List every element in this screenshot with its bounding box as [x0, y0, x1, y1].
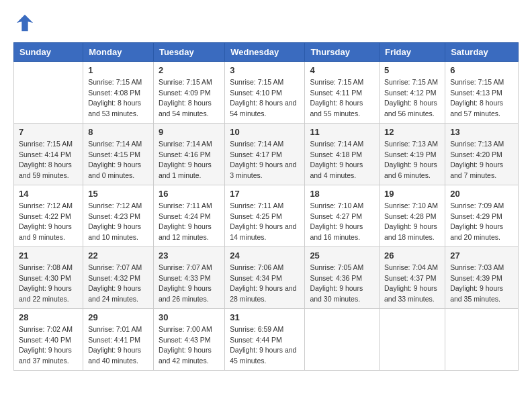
day-number: 9: [159, 127, 220, 137]
day-number: 13: [450, 127, 513, 137]
calendar-cell: 7Sunrise: 7:15 AMSunset: 4:14 PMDaylight…: [14, 123, 83, 185]
calendar-cell: 22Sunrise: 7:07 AMSunset: 4:32 PMDayligh…: [83, 246, 154, 308]
day-info: Sunrise: 6:59 AMSunset: 4:44 PMDaylight:…: [230, 324, 300, 367]
calendar-week-row: 21Sunrise: 7:08 AMSunset: 4:30 PMDayligh…: [14, 246, 519, 308]
calendar-cell: 13Sunrise: 7:13 AMSunset: 4:20 PMDayligh…: [445, 123, 519, 185]
day-number: 16: [159, 189, 220, 199]
day-info: Sunrise: 7:15 AMSunset: 4:08 PMDaylight:…: [88, 77, 148, 120]
day-number: 15: [88, 189, 148, 199]
logo-bird-icon: [15, 13, 34, 32]
day-info: Sunrise: 7:14 AMSunset: 4:17 PMDaylight:…: [230, 139, 300, 181]
calendar-cell: 11Sunrise: 7:14 AMSunset: 4:18 PMDayligh…: [305, 123, 380, 185]
day-number: 19: [384, 189, 440, 199]
day-number: 1: [88, 65, 148, 75]
day-info: Sunrise: 7:09 AMSunset: 4:29 PMDaylight:…: [450, 201, 513, 243]
col-header-sunday: Sunday: [14, 42, 83, 61]
day-number: 3: [230, 65, 300, 75]
day-info: Sunrise: 7:14 AMSunset: 4:15 PMDaylight:…: [88, 139, 148, 181]
day-info: Sunrise: 7:12 AMSunset: 4:23 PMDaylight:…: [88, 201, 148, 243]
calendar-cell: 8Sunrise: 7:14 AMSunset: 4:15 PMDaylight…: [83, 123, 154, 185]
day-info: Sunrise: 7:03 AMSunset: 4:39 PMDaylight:…: [450, 263, 513, 305]
day-number: 8: [88, 127, 148, 137]
calendar-week-row: 14Sunrise: 7:12 AMSunset: 4:22 PMDayligh…: [14, 185, 519, 246]
calendar-cell: 21Sunrise: 7:08 AMSunset: 4:30 PMDayligh…: [14, 246, 83, 308]
day-number: 25: [310, 250, 374, 261]
day-info: Sunrise: 7:01 AMSunset: 4:41 PMDaylight:…: [88, 324, 148, 367]
day-number: 22: [88, 250, 148, 261]
calendar-cell: 27Sunrise: 7:03 AMSunset: 4:39 PMDayligh…: [445, 246, 519, 308]
calendar-cell: 24Sunrise: 7:06 AMSunset: 4:34 PMDayligh…: [225, 246, 305, 308]
day-number: 7: [19, 127, 78, 137]
calendar-week-row: 28Sunrise: 7:02 AMSunset: 4:40 PMDayligh…: [14, 308, 519, 370]
day-number: 12: [384, 127, 440, 137]
col-header-wednesday: Wednesday: [225, 42, 305, 61]
col-header-tuesday: Tuesday: [153, 42, 224, 61]
day-number: 11: [310, 127, 374, 137]
calendar-cell: [379, 308, 445, 370]
day-info: Sunrise: 7:15 AMSunset: 4:12 PMDaylight:…: [384, 77, 440, 120]
day-info: Sunrise: 7:07 AMSunset: 4:32 PMDaylight:…: [88, 263, 148, 305]
day-info: Sunrise: 7:13 AMSunset: 4:19 PMDaylight:…: [384, 139, 440, 181]
calendar-week-row: 1Sunrise: 7:15 AMSunset: 4:08 PMDaylight…: [14, 61, 519, 123]
calendar-week-row: 7Sunrise: 7:15 AMSunset: 4:14 PMDaylight…: [14, 123, 519, 185]
day-number: 24: [230, 250, 300, 261]
day-number: 14: [19, 189, 78, 199]
calendar-cell: 25Sunrise: 7:05 AMSunset: 4:36 PMDayligh…: [305, 246, 380, 308]
calendar-cell: 4Sunrise: 7:15 AMSunset: 4:11 PMDaylight…: [305, 61, 380, 123]
day-info: Sunrise: 7:06 AMSunset: 4:34 PMDaylight:…: [230, 263, 300, 305]
calendar-cell: 12Sunrise: 7:13 AMSunset: 4:19 PMDayligh…: [379, 123, 445, 185]
day-info: Sunrise: 7:15 AMSunset: 4:14 PMDaylight:…: [19, 139, 78, 181]
day-info: Sunrise: 7:14 AMSunset: 4:16 PMDaylight:…: [159, 139, 220, 181]
col-header-monday: Monday: [83, 42, 154, 61]
page-header: [13, 13, 519, 36]
col-header-thursday: Thursday: [305, 42, 380, 61]
calendar-cell: 19Sunrise: 7:10 AMSunset: 4:28 PMDayligh…: [379, 185, 445, 246]
day-info: Sunrise: 7:07 AMSunset: 4:33 PMDaylight:…: [159, 263, 220, 305]
calendar-cell: 26Sunrise: 7:04 AMSunset: 4:37 PMDayligh…: [379, 246, 445, 308]
day-info: Sunrise: 7:15 AMSunset: 4:11 PMDaylight:…: [310, 77, 374, 120]
calendar-cell: [445, 308, 519, 370]
svg-marker-0: [17, 15, 33, 31]
day-info: Sunrise: 7:04 AMSunset: 4:37 PMDaylight:…: [384, 263, 440, 305]
day-number: 26: [384, 250, 440, 261]
calendar-cell: 1Sunrise: 7:15 AMSunset: 4:08 PMDaylight…: [83, 61, 154, 123]
day-info: Sunrise: 7:02 AMSunset: 4:40 PMDaylight:…: [19, 324, 78, 367]
day-info: Sunrise: 7:00 AMSunset: 4:43 PMDaylight:…: [159, 324, 220, 367]
calendar-cell: [305, 308, 380, 370]
calendar-cell: 6Sunrise: 7:15 AMSunset: 4:13 PMDaylight…: [445, 61, 519, 123]
calendar-cell: 17Sunrise: 7:11 AMSunset: 4:25 PMDayligh…: [225, 185, 305, 246]
day-number: 23: [159, 250, 220, 261]
calendar-cell: 9Sunrise: 7:14 AMSunset: 4:16 PMDaylight…: [153, 123, 224, 185]
logo-general: [13, 13, 34, 36]
day-number: 21: [19, 250, 78, 261]
day-number: 10: [230, 127, 300, 137]
day-info: Sunrise: 7:05 AMSunset: 4:36 PMDaylight:…: [310, 263, 374, 305]
calendar-cell: 15Sunrise: 7:12 AMSunset: 4:23 PMDayligh…: [83, 185, 154, 246]
day-number: 30: [159, 312, 220, 322]
day-number: 2: [159, 65, 220, 75]
day-info: Sunrise: 7:08 AMSunset: 4:30 PMDaylight:…: [19, 263, 78, 305]
calendar-cell: 29Sunrise: 7:01 AMSunset: 4:41 PMDayligh…: [83, 308, 154, 370]
day-info: Sunrise: 7:13 AMSunset: 4:20 PMDaylight:…: [450, 139, 513, 181]
calendar-cell: 10Sunrise: 7:14 AMSunset: 4:17 PMDayligh…: [225, 123, 305, 185]
day-number: 17: [230, 189, 300, 199]
day-info: Sunrise: 7:11 AMSunset: 4:24 PMDaylight:…: [159, 201, 220, 243]
day-info: Sunrise: 7:14 AMSunset: 4:18 PMDaylight:…: [310, 139, 374, 181]
calendar-cell: 18Sunrise: 7:10 AMSunset: 4:27 PMDayligh…: [305, 185, 380, 246]
calendar-cell: 20Sunrise: 7:09 AMSunset: 4:29 PMDayligh…: [445, 185, 519, 246]
day-info: Sunrise: 7:15 AMSunset: 4:13 PMDaylight:…: [450, 77, 513, 120]
day-info: Sunrise: 7:10 AMSunset: 4:28 PMDaylight:…: [384, 201, 440, 243]
day-number: 6: [450, 65, 513, 75]
day-number: 4: [310, 65, 374, 75]
day-info: Sunrise: 7:15 AMSunset: 4:10 PMDaylight:…: [230, 77, 300, 120]
calendar-cell: [14, 61, 83, 123]
day-info: Sunrise: 7:11 AMSunset: 4:25 PMDaylight:…: [230, 201, 300, 243]
day-number: 28: [19, 312, 78, 322]
calendar-cell: 2Sunrise: 7:15 AMSunset: 4:09 PMDaylight…: [153, 61, 224, 123]
day-number: 5: [384, 65, 440, 75]
calendar-header-row: SundayMondayTuesdayWednesdayThursdayFrid…: [14, 42, 519, 61]
col-header-friday: Friday: [379, 42, 445, 61]
day-number: 20: [450, 189, 513, 199]
calendar-cell: 3Sunrise: 7:15 AMSunset: 4:10 PMDaylight…: [225, 61, 305, 123]
day-info: Sunrise: 7:10 AMSunset: 4:27 PMDaylight:…: [310, 201, 374, 243]
